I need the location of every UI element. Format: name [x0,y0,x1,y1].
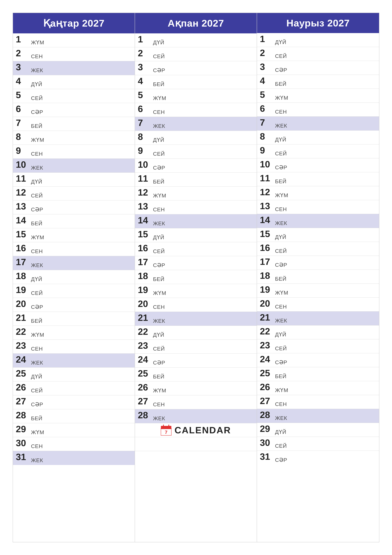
day-row: 8ЖҮМ [13,131,135,145]
day-number-col: 23 [13,340,30,353]
day-number-col: 30 [13,437,30,451]
day-number-col: 12 [257,186,274,200]
day-name: СЕН [153,109,165,115]
day-number: 27 [138,397,148,406]
day-row: 4ДҮЙ [13,75,135,89]
day-name: БЕЙ [153,276,164,282]
day-name: СЕН [31,53,43,59]
day-number: 24 [260,355,270,364]
day-number-col: 9 [257,145,274,158]
day-number: 16 [138,243,148,253]
day-row: 14БЕЙ [13,214,135,228]
day-row: 15ЖҮМ [13,228,135,242]
day-name-col: ЖЕК [30,451,135,465]
day-name-col: ЖҮМ [152,89,257,103]
day-number-col: 31 [257,451,274,465]
day-number: 28 [16,410,26,420]
day-number-col: 30 [257,437,274,451]
day-name: ЖҮМ [153,387,166,394]
day-name-col: ЖҮМ [274,284,379,297]
day-name: ДҮЙ [275,429,286,435]
day-number: 10 [16,160,26,169]
day-number-col: 18 [13,270,30,284]
day-name-col: ЖҮМ [274,186,379,200]
day-number: 15 [138,230,148,239]
day-name-col: СӘР [152,256,257,270]
day-number-col: 21 [135,312,152,326]
day-name-col: ДҮЙ [30,367,135,381]
day-name-col: СЕН [30,242,135,256]
day-name: ДҮЙ [31,178,42,185]
day-number-col: 19 [13,284,30,298]
day-name: ЖЕК [153,415,165,422]
day-name: СЕН [275,206,287,212]
day-row: 25БЕЙ [257,367,379,381]
day-name-col: СӘР [274,256,379,270]
day-name-col: ДҮЙ [30,173,135,186]
day-name: СӘР [275,67,287,73]
day-name-col: СЕЙ [30,89,135,103]
day-number-col: 22 [135,326,152,340]
day-name: ЖҮМ [31,429,44,435]
day-name: СЕЙ [275,150,287,157]
day-row: 13СӘР [13,200,135,214]
day-number: 19 [138,285,148,294]
day-number: 28 [260,410,270,419]
day-name: ДҮЙ [153,137,164,143]
day-number: 22 [260,327,270,336]
day-number: 20 [138,299,148,308]
day-name-col: СӘР [152,61,257,75]
day-name: ДҮЙ [275,136,286,143]
day-name: ЖҮМ [275,387,288,393]
month-column-february: Ақпан 20271ДҮЙ2СЕЙ3СӘР4БЕЙ5ЖҮМ6СЕН7ЖЕК8Д… [135,13,257,542]
day-name: СЕЙ [275,53,287,59]
day-number: 6 [16,104,21,113]
day-name: СЕН [275,401,287,407]
day-number-col: 12 [13,187,30,200]
day-number-col: 28 [135,409,152,423]
day-name-col: БЕЙ [30,312,135,326]
day-number: 17 [260,257,270,266]
day-number: 10 [260,160,270,169]
day-row: 23СЕН [13,340,135,354]
day-number: 7 [138,118,143,127]
day-number-col: 22 [13,326,30,340]
day-name: ЖЕК [275,123,287,129]
day-name-col: СЕЙ [30,284,135,298]
day-row: 7ЖЕК [257,117,379,131]
day-name-col: ЖЕК [152,214,257,228]
day-number: 16 [260,243,270,252]
day-name-col: СЕН [274,298,379,311]
day-number: 21 [260,313,270,322]
day-number-col: 23 [257,339,274,353]
day-name: СЕН [275,304,287,310]
day-row: 13СЕН [135,200,257,214]
day-number: 18 [16,271,26,280]
day-row: 13СЕН [257,200,379,214]
svg-text:7: 7 [165,430,168,435]
day-number-col: 18 [257,270,274,284]
day-number: 8 [16,132,21,141]
day-number: 5 [16,90,21,100]
day-number: 12 [138,188,148,197]
day-name-col: ЖЕК [274,409,379,423]
day-number-col: 7 [257,117,274,130]
day-number: 26 [138,383,148,392]
day-number: 11 [138,174,148,183]
day-name: ЖҮМ [31,39,44,45]
day-name-col: ЖЕК [152,117,257,131]
day-name: ЖҮМ [153,290,166,296]
day-number-col: 27 [135,395,152,409]
day-name-col: СЕЙ [274,145,379,158]
day-name-col: СӘР [30,200,135,214]
day-number-col: 17 [257,256,274,270]
day-number-col: 8 [257,131,274,144]
day-name-col: ДҮЙ [30,75,135,89]
day-number: 7 [16,118,21,127]
day-name: БЕЙ [275,178,286,184]
day-number: 23 [16,341,26,350]
day-number-col: 6 [257,103,274,117]
day-row: 25ДҮЙ [13,367,135,381]
day-number: 27 [16,397,26,406]
day-number-col: 19 [135,284,152,298]
